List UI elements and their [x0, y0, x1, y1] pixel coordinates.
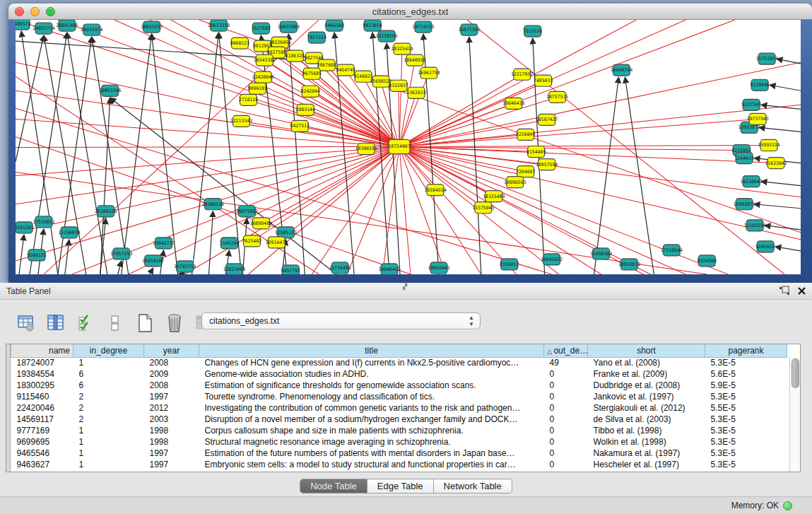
table-row[interactable]: 2242004622012Investigating the contribut… [11, 402, 787, 414]
table-cell[interactable]: 2003 [144, 414, 199, 425]
deselect-all-icon[interactable] [105, 313, 126, 334]
column-header-short[interactable]: short [588, 344, 705, 357]
table-cell[interactable]: Yano et al. (2008) [588, 357, 705, 368]
table-cell[interactable]: Disruption of a novel member of a sodium… [199, 414, 544, 425]
table-cell[interactable]: 1 [73, 436, 144, 448]
table-cell[interactable]: 5.6E-5 [705, 368, 787, 380]
table-cell[interactable]: 0 [544, 391, 588, 402]
column-header-title[interactable]: title [199, 344, 544, 357]
table-cell[interactable]: 0 [544, 459, 588, 470]
table-cell[interactable]: Estimation of significance thresholds fo… [199, 380, 544, 391]
column-header-indegree[interactable]: in_degree [73, 344, 144, 357]
table-cell[interactable]: 18724007 [11, 357, 73, 368]
node-table[interactable]: namein_degreeyeartitle△ out_de…shortpage… [6, 344, 801, 472]
table-settings-icon[interactable] [16, 313, 37, 334]
table-cell[interactable]: 18300295 [11, 380, 73, 391]
table-row[interactable]: 969969511998Structural magnetic resonanc… [11, 436, 787, 448]
table-cell[interactable]: 5.3E-5 [705, 425, 787, 436]
table-row[interactable]: 1938455462009Genome-wide association stu… [11, 368, 787, 380]
table-cell[interactable]: 1998 [144, 425, 199, 436]
scrollbar-thumb[interactable] [792, 358, 799, 388]
table-cell[interactable]: Wolkin et al. (1998) [588, 436, 705, 448]
table-cell[interactable]: Dudbridge et al. (2008) [588, 380, 705, 391]
table-cell[interactable]: 5.3E-5 [705, 436, 787, 448]
table-row[interactable]: 946362711997Embryonic stem cells: a mode… [11, 459, 787, 470]
vertical-scrollbar[interactable] [789, 357, 800, 472]
table-cell[interactable]: Tourette syndrome. Phenomenology and cla… [199, 391, 544, 402]
table-cell[interactable]: 1 [73, 425, 144, 436]
close-panel-icon[interactable] [797, 286, 806, 296]
table-cell[interactable]: 1 [73, 448, 144, 459]
table-cell[interactable]: 5.3E-5 [705, 448, 787, 459]
tab-network-table[interactable]: Network Table [434, 479, 512, 493]
table-row[interactable]: 1872400712008Changes of HCN gene express… [11, 357, 787, 368]
table-cell[interactable]: Corpus callosum shape and size in male p… [199, 425, 544, 436]
table-cell[interactable]: 5.3E-5 [705, 459, 787, 470]
column-chooser-icon[interactable] [45, 313, 66, 334]
table-cell[interactable]: Estimation of the future numbers of pati… [199, 448, 544, 459]
table-cell[interactable]: 6 [73, 380, 144, 391]
select-all-icon[interactable] [75, 313, 96, 334]
float-panel-icon[interactable] [779, 286, 790, 296]
table-cell[interactable]: Jankovic et al. (1997) [588, 391, 705, 402]
table-cell[interactable]: 1997 [144, 448, 199, 459]
network-canvas[interactable]: 2405572240557242089140626931974106552571… [16, 20, 801, 274]
table-cell[interactable]: 9463627 [11, 459, 73, 470]
citation-network-graph[interactable]: 2405572240557242089140626931974106552571… [16, 20, 801, 274]
table-cell[interactable]: 2009 [144, 368, 199, 380]
table-cell[interactable]: Changes of HCN gene expression and I(f) … [199, 357, 544, 368]
table-cell[interactable]: 1998 [144, 436, 199, 448]
table-cell[interactable]: 0 [544, 380, 588, 391]
table-cell[interactable]: 2008 [144, 380, 199, 391]
tab-edge-table[interactable]: Edge Table [367, 479, 434, 493]
tab-node-table[interactable]: Node Table [300, 479, 367, 493]
table-cell[interactable]: 22420046 [11, 402, 73, 414]
table-cell[interactable]: 6 [73, 368, 144, 380]
table-cell[interactable]: 1 [73, 357, 144, 368]
table-cell[interactable]: 9699695 [11, 436, 73, 448]
table-cell[interactable]: Franke et al. (2009) [588, 368, 705, 380]
table-cell[interactable]: 14569117 [11, 414, 73, 425]
table-cell[interactable]: 0 [544, 414, 588, 425]
table-cell[interactable]: 9115460 [11, 391, 73, 402]
table-cell[interactable]: Stergiakouli et al. (2012) [588, 402, 705, 414]
column-header-outde[interactable]: △ out_de… [544, 344, 588, 357]
table-cell[interactable]: Genome-wide association studies in ADHD. [199, 368, 544, 380]
table-cell[interactable]: 2 [73, 402, 144, 414]
table-cell[interactable]: Investigating the contribution of common… [199, 402, 544, 414]
column-header-name[interactable]: name [11, 344, 73, 357]
new-table-icon[interactable] [134, 313, 155, 334]
network-window-titlebar[interactable]: citations_edges.txt [8, 4, 812, 20]
table-cell[interactable]: 9777169 [11, 425, 73, 436]
table-cell[interactable]: Hescheler et al. (1997) [588, 459, 705, 470]
table-cell[interactable]: 2 [73, 414, 144, 425]
table-cell[interactable]: 49 [544, 357, 588, 368]
table-cell[interactable]: 2 [73, 391, 144, 402]
table-cell[interactable]: 2012 [144, 402, 199, 414]
table-cell[interactable]: 5.5E-5 [705, 402, 787, 414]
memory-status-icon[interactable] [783, 501, 792, 510]
panel-splitter-grip[interactable]: ▞ [403, 284, 407, 290]
table-cell[interactable]: 1 [73, 459, 144, 470]
table-cell[interactable]: 5.9E-5 [705, 380, 787, 391]
table-cell[interactable]: 1997 [144, 391, 199, 402]
table-cell[interactable]: 1997 [144, 459, 199, 470]
table-cell[interactable]: Structural magnetic resonance image aver… [199, 436, 544, 448]
table-cell[interactable]: 0 [544, 436, 588, 448]
table-header-row[interactable]: namein_degreeyeartitle△ out_de…shortpage… [11, 344, 787, 357]
table-cell[interactable]: Tibbo et al. (1998) [588, 425, 705, 436]
table-cell[interactable]: 2008 [144, 357, 199, 368]
table-cell[interactable]: 19384554 [11, 368, 73, 380]
table-cell[interactable]: Nakamura et al. (1997) [588, 448, 705, 459]
table-cell[interactable]: 0 [544, 448, 588, 459]
table-row[interactable]: 946554611997Estimation of the future num… [11, 448, 787, 459]
table-row[interactable]: 1456911722003Disruption of a novel membe… [11, 414, 787, 425]
table-cell[interactable]: 0 [544, 425, 588, 436]
table-cell[interactable]: Embryonic stem cells: a model to study s… [199, 459, 544, 470]
table-cell[interactable]: de Silva et al. (2003) [588, 414, 705, 425]
column-header-year[interactable]: year [144, 344, 199, 357]
table-cell[interactable]: 5.3E-5 [705, 391, 787, 402]
table-row[interactable]: 911546021997Tourette syndrome. Phenomeno… [11, 391, 787, 402]
delete-table-icon[interactable] [164, 313, 185, 334]
table-cell[interactable]: 9465546 [11, 448, 73, 459]
